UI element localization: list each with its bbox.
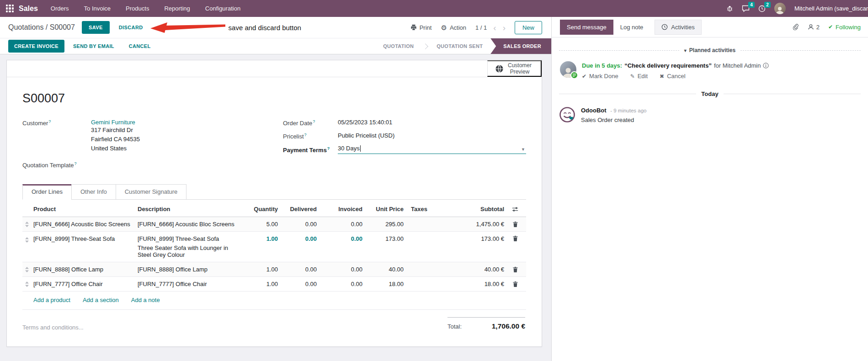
col-unit-price[interactable]: Unit Price xyxy=(364,206,405,212)
print-button[interactable]: Print xyxy=(410,24,432,31)
save-button[interactable]: SAVE xyxy=(82,21,110,34)
breadcrumb-quotations-link[interactable]: Quotations xyxy=(8,23,43,31)
debug-bug-icon[interactable] xyxy=(726,5,733,12)
activity-avatar[interactable] xyxy=(560,61,576,78)
status-sales-order[interactable]: SALES ORDER xyxy=(490,38,551,54)
nav-menu-to-invoice[interactable]: To Invoice xyxy=(84,5,111,12)
customer-preview-button[interactable]: CustomerPreview xyxy=(487,60,542,77)
col-product[interactable]: Product xyxy=(33,206,138,212)
optional-columns-button[interactable] xyxy=(506,206,526,212)
user-menu[interactable]: Mitchell Admin (save_discar xyxy=(794,5,868,12)
new-button[interactable]: New xyxy=(515,21,542,34)
planned-activities-toggle[interactable]: ▾ Planned activities xyxy=(684,47,735,53)
col-quantity[interactable]: Quantity xyxy=(243,206,280,212)
add-a-section-link[interactable]: Add a section xyxy=(83,297,119,303)
cell-description[interactable]: [FURN_6666] Acoustic Bloc Screens xyxy=(138,221,243,228)
delete-row-button[interactable] xyxy=(506,281,526,287)
col-taxes[interactable]: Taxes xyxy=(405,206,444,212)
terms-and-conditions-placeholder[interactable]: Terms and conditions... xyxy=(22,324,84,331)
nav-menu-configuration[interactable]: Configuration xyxy=(205,5,240,12)
messages-icon[interactable]: 4 xyxy=(742,5,750,12)
cell-quantity[interactable]: 1.00 xyxy=(243,235,280,242)
cancel-order-button[interactable]: CANCEL xyxy=(123,40,157,53)
col-description[interactable]: Description xyxy=(138,206,243,212)
send-message-button[interactable]: Send message xyxy=(560,20,613,35)
status-quotation[interactable]: QUOTATION xyxy=(375,38,421,54)
nav-menu-products[interactable]: Products xyxy=(126,5,149,12)
user-avatar[interactable] xyxy=(774,3,786,14)
cell-unit-price[interactable]: 18.00 xyxy=(364,281,405,287)
cell-quantity[interactable]: 5.00 xyxy=(243,221,280,228)
col-delivered[interactable]: Delivered xyxy=(280,206,319,212)
col-invoiced[interactable]: Invoiced xyxy=(319,206,364,212)
message-author[interactable]: OdooBot xyxy=(581,107,607,114)
tab-order-lines[interactable]: Order Lines xyxy=(22,184,72,200)
delete-row-button[interactable] xyxy=(506,235,526,242)
pricelist-field[interactable]: Public Pricelist (USD) xyxy=(338,132,394,140)
drag-handle-icon[interactable] xyxy=(22,235,33,243)
cell-invoiced[interactable]: 0.00 xyxy=(319,235,364,242)
activities-clock-icon[interactable]: 2 xyxy=(758,5,766,12)
app-name[interactable]: Sales xyxy=(19,5,38,13)
odoobot-avatar[interactable] xyxy=(559,106,575,123)
table-row[interactable]: [FURN_6666] Acoustic Bloc Screens [FURN_… xyxy=(22,217,526,232)
cell-product[interactable]: [FURN_8888] Office Lamp xyxy=(33,266,138,273)
mark-done-button[interactable]: ✔Mark Done xyxy=(582,73,618,80)
cell-delivered[interactable]: 0.00 xyxy=(280,221,319,228)
cell-description[interactable]: [FURN_7777] Office Chair xyxy=(138,281,243,287)
discard-button[interactable]: DISCARD xyxy=(119,25,143,30)
attachments-button[interactable] xyxy=(792,23,799,31)
log-note-button[interactable]: Log note xyxy=(613,20,650,35)
table-row[interactable]: [FURN_8888] Office Lamp [FURN_8888] Offi… xyxy=(22,262,526,277)
cell-invoiced[interactable]: 0.00 xyxy=(319,281,364,287)
delete-row-button[interactable] xyxy=(506,266,526,273)
pager-previous-icon[interactable]: ‹ xyxy=(493,23,496,32)
edit-activity-button[interactable]: ✎Edit xyxy=(630,73,648,80)
following-toggle[interactable]: ✔ Following xyxy=(828,24,861,31)
add-a-product-link[interactable]: Add a product xyxy=(33,297,70,303)
nav-menu-reporting[interactable]: Reporting xyxy=(164,5,190,12)
table-footer-links: Add a product Add a section Add a note xyxy=(22,292,526,310)
schedule-activity-button[interactable]: Activities xyxy=(655,20,701,35)
cell-description[interactable]: [FURN_8999] Three-Seat Sofa Three Seater… xyxy=(138,235,243,258)
cancel-activity-button[interactable]: ✖Cancel xyxy=(660,73,686,80)
cell-unit-price[interactable]: 173.00 xyxy=(364,235,405,242)
create-invoice-button[interactable]: CREATE INVOICE xyxy=(8,40,64,53)
drag-handle-icon[interactable] xyxy=(22,281,33,287)
cell-product[interactable]: [FURN_6666] Acoustic Bloc Screens xyxy=(33,221,138,228)
customer-link[interactable]: Gemini Furniture xyxy=(91,119,140,126)
cell-delivered[interactable]: 0.00 xyxy=(280,266,319,273)
send-by-email-button[interactable]: SEND BY EMAIL xyxy=(67,40,120,53)
payment-terms-input[interactable]: 30 Days ▼ xyxy=(338,145,526,154)
cell-invoiced[interactable]: 0.00 xyxy=(319,221,364,228)
table-row[interactable]: [FURN_8999] Three-Seat Sofa [FURN_8999] … xyxy=(22,232,526,262)
cell-delivered[interactable]: 0.00 xyxy=(280,235,319,242)
tab-customer-signature[interactable]: Customer Signature xyxy=(116,184,187,200)
cell-quantity[interactable]: 1.00 xyxy=(243,266,280,273)
nav-menu-orders[interactable]: Orders xyxy=(51,5,69,12)
help-icon: ? xyxy=(48,119,51,124)
drag-handle-icon[interactable] xyxy=(22,221,33,228)
cell-unit-price[interactable]: 295.00 xyxy=(364,221,405,228)
col-subtotal[interactable]: Subtotal xyxy=(444,206,506,212)
add-a-note-link[interactable]: Add a note xyxy=(131,297,160,303)
cell-description[interactable]: [FURN_8888] Office Lamp xyxy=(138,266,243,273)
cell-delivered[interactable]: 0.00 xyxy=(280,281,319,287)
cell-unit-price[interactable]: 40.00 xyxy=(364,266,405,273)
cell-invoiced[interactable]: 0.00 xyxy=(319,266,364,273)
cell-quantity[interactable]: 1.00 xyxy=(243,281,280,287)
cell-product[interactable]: [FURN_8999] Three-Seat Sofa xyxy=(33,235,138,242)
delete-row-button[interactable] xyxy=(506,221,526,228)
status-quotation-sent[interactable]: QUOTATION SENT xyxy=(429,38,490,54)
dropdown-caret-icon[interactable]: ▼ xyxy=(521,147,526,152)
pager-next-icon[interactable]: › xyxy=(503,23,506,32)
apps-grid-icon[interactable] xyxy=(6,5,14,12)
drag-handle-icon[interactable] xyxy=(22,266,33,273)
action-menu-button[interactable]: ⚙ Action xyxy=(441,24,466,31)
info-icon[interactable] xyxy=(763,63,769,69)
order-date-field[interactable]: 05/25/2023 15:40:01 xyxy=(338,119,392,127)
cell-product[interactable]: [FURN_7777] Office Chair xyxy=(33,281,138,287)
table-row[interactable]: [FURN_7777] Office Chair [FURN_7777] Off… xyxy=(22,277,526,292)
followers-button[interactable]: 2 xyxy=(808,24,820,31)
tab-other-info[interactable]: Other Info xyxy=(71,184,116,200)
